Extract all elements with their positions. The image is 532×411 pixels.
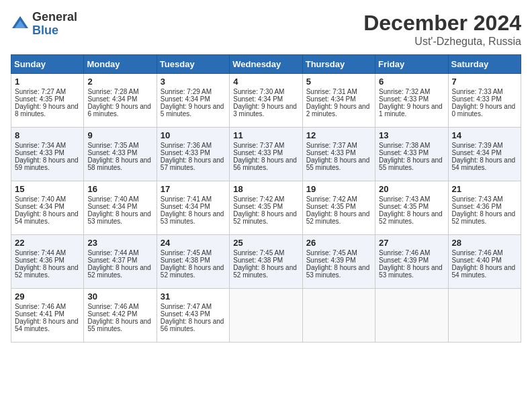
col-thursday: Thursday xyxy=(302,55,375,74)
calendar-cell: 24 Sunrise: 7:45 AM Sunset: 4:38 PM Dayl… xyxy=(157,235,229,289)
day-number: 6 xyxy=(379,77,444,87)
daylight-label: Daylight: 8 hours and 56 minutes. xyxy=(233,156,297,171)
sunset-label: Sunset: 4:34 PM xyxy=(161,95,210,103)
daylight-label: Daylight: 8 hours and 54 minutes. xyxy=(452,264,516,279)
calendar-cell: 16 Sunrise: 7:40 AM Sunset: 4:34 PM Dayl… xyxy=(84,181,157,235)
daylight-label: Daylight: 8 hours and 52 minutes. xyxy=(452,210,516,225)
sunrise-label: Sunrise: 7:46 AM xyxy=(379,249,430,257)
daylight-label: Daylight: 8 hours and 53 minutes. xyxy=(161,210,224,225)
sunset-label: Sunset: 4:34 PM xyxy=(233,95,283,103)
day-number: 16 xyxy=(87,184,152,194)
calendar-cell: 27 Sunrise: 7:46 AM Sunset: 4:39 PM Dayl… xyxy=(375,235,448,289)
sunset-label: Sunset: 4:33 PM xyxy=(379,95,429,103)
calendar-cell: 6 Sunrise: 7:32 AM Sunset: 4:33 PM Dayli… xyxy=(375,74,448,128)
sunset-label: Sunset: 4:41 PM xyxy=(15,310,64,318)
daylight-label: Daylight: 8 hours and 55 minutes. xyxy=(87,318,151,332)
col-monday: Monday xyxy=(84,55,157,74)
sunrise-label: Sunrise: 7:36 AM xyxy=(161,142,212,149)
daylight-label: Daylight: 8 hours and 56 minutes. xyxy=(161,318,224,332)
calendar-cell: 21 Sunrise: 7:43 AM Sunset: 4:36 PM Dayl… xyxy=(448,181,521,235)
sunrise-label: Sunrise: 7:45 AM xyxy=(306,249,357,257)
daylight-label: Daylight: 9 hours and 2 minutes. xyxy=(306,103,370,118)
day-number: 8 xyxy=(15,130,80,140)
sunrise-label: Sunrise: 7:30 AM xyxy=(233,88,284,95)
day-number: 1 xyxy=(15,77,80,87)
day-number: 29 xyxy=(15,291,80,302)
sunrise-label: Sunrise: 7:42 AM xyxy=(233,195,284,203)
day-number: 31 xyxy=(161,291,226,302)
day-number: 19 xyxy=(306,184,371,194)
sunrise-label: Sunrise: 7:40 AM xyxy=(87,195,138,203)
day-number: 27 xyxy=(379,238,444,248)
daylight-label: Daylight: 8 hours and 52 minutes. xyxy=(15,264,79,279)
calendar-cell: 29 Sunrise: 7:46 AM Sunset: 4:41 PM Dayl… xyxy=(11,289,84,342)
day-number: 28 xyxy=(452,238,517,248)
day-number: 3 xyxy=(161,77,226,87)
sunset-label: Sunset: 4:34 PM xyxy=(161,203,210,210)
calendar-cell: 9 Sunrise: 7:35 AM Sunset: 4:33 PM Dayli… xyxy=(84,128,157,181)
logo: General Blue xyxy=(11,11,77,38)
sunset-label: Sunset: 4:33 PM xyxy=(161,149,210,156)
sunrise-label: Sunrise: 7:37 AM xyxy=(233,142,284,149)
sunset-label: Sunset: 4:33 PM xyxy=(306,149,356,156)
calendar-cell: 18 Sunrise: 7:42 AM Sunset: 4:35 PM Dayl… xyxy=(230,181,302,235)
sunset-label: Sunset: 4:36 PM xyxy=(15,257,64,264)
sunrise-label: Sunrise: 7:44 AM xyxy=(15,249,66,257)
daylight-label: Daylight: 8 hours and 59 minutes. xyxy=(15,156,79,171)
calendar-week-row: 8 Sunrise: 7:34 AM Sunset: 4:33 PM Dayli… xyxy=(11,128,521,181)
calendar-cell xyxy=(375,289,448,342)
calendar-cell: 22 Sunrise: 7:44 AM Sunset: 4:36 PM Dayl… xyxy=(11,235,84,289)
calendar-cell: 12 Sunrise: 7:37 AM Sunset: 4:33 PM Dayl… xyxy=(302,128,375,181)
calendar-cell: 23 Sunrise: 7:44 AM Sunset: 4:37 PM Dayl… xyxy=(84,235,157,289)
sunset-label: Sunset: 4:37 PM xyxy=(87,257,137,264)
day-number: 23 xyxy=(87,238,152,248)
calendar-cell: 4 Sunrise: 7:30 AM Sunset: 4:34 PM Dayli… xyxy=(230,74,302,128)
day-number: 14 xyxy=(452,130,517,140)
col-sunday: Sunday xyxy=(11,55,84,74)
calendar-cell: 30 Sunrise: 7:46 AM Sunset: 4:42 PM Dayl… xyxy=(84,289,157,342)
sunset-label: Sunset: 4:33 PM xyxy=(87,149,137,156)
calendar-cell: 19 Sunrise: 7:42 AM Sunset: 4:35 PM Dayl… xyxy=(302,181,375,235)
day-number: 7 xyxy=(452,77,517,87)
calendar-cell: 11 Sunrise: 7:37 AM Sunset: 4:33 PM Dayl… xyxy=(230,128,302,181)
sunset-label: Sunset: 4:36 PM xyxy=(452,203,502,210)
sunset-label: Sunset: 4:33 PM xyxy=(15,149,64,156)
sunrise-label: Sunrise: 7:31 AM xyxy=(306,88,357,95)
day-number: 18 xyxy=(233,184,298,194)
day-number: 2 xyxy=(87,77,152,87)
daylight-label: Daylight: 8 hours and 55 minutes. xyxy=(306,156,370,171)
col-wednesday: Wednesday xyxy=(230,55,302,74)
daylight-label: Daylight: 9 hours and 5 minutes. xyxy=(161,103,224,118)
daylight-label: Daylight: 8 hours and 58 minutes. xyxy=(87,156,151,171)
day-number: 20 xyxy=(379,184,444,194)
page-title: December 2024 xyxy=(363,11,521,36)
sunset-label: Sunset: 4:35 PM xyxy=(15,95,64,103)
sunset-label: Sunset: 4:39 PM xyxy=(306,257,356,264)
sunrise-label: Sunrise: 7:38 AM xyxy=(379,142,430,149)
sunrise-label: Sunrise: 7:35 AM xyxy=(87,142,138,149)
daylight-label: Daylight: 8 hours and 55 minutes. xyxy=(379,156,443,171)
sunrise-label: Sunrise: 7:33 AM xyxy=(452,88,503,95)
logo-blue: Blue xyxy=(32,24,77,38)
daylight-label: Daylight: 9 hours and 6 minutes. xyxy=(87,103,151,118)
sunrise-label: Sunrise: 7:27 AM xyxy=(15,88,66,95)
day-number: 24 xyxy=(161,238,226,248)
day-number: 30 xyxy=(87,291,152,302)
day-number: 13 xyxy=(379,130,444,140)
calendar-cell: 26 Sunrise: 7:45 AM Sunset: 4:39 PM Dayl… xyxy=(302,235,375,289)
day-number: 15 xyxy=(15,184,80,194)
sunset-label: Sunset: 4:34 PM xyxy=(87,203,137,210)
sunrise-label: Sunrise: 7:44 AM xyxy=(87,249,138,257)
calendar-cell: 1 Sunrise: 7:27 AM Sunset: 4:35 PM Dayli… xyxy=(11,74,84,128)
sunrise-label: Sunrise: 7:40 AM xyxy=(15,195,66,203)
sunrise-label: Sunrise: 7:29 AM xyxy=(161,88,212,95)
calendar-cell: 25 Sunrise: 7:45 AM Sunset: 4:38 PM Dayl… xyxy=(230,235,302,289)
daylight-label: Daylight: 8 hours and 52 minutes. xyxy=(379,210,443,225)
calendar-header-row: Sunday Monday Tuesday Wednesday Thursday… xyxy=(11,55,521,74)
col-tuesday: Tuesday xyxy=(157,55,229,74)
sunset-label: Sunset: 4:34 PM xyxy=(15,203,64,210)
sunrise-label: Sunrise: 7:37 AM xyxy=(306,142,357,149)
sunrise-label: Sunrise: 7:47 AM xyxy=(161,303,212,310)
sunrise-label: Sunrise: 7:43 AM xyxy=(379,195,430,203)
calendar-cell: 31 Sunrise: 7:47 AM Sunset: 4:43 PM Dayl… xyxy=(157,289,229,342)
